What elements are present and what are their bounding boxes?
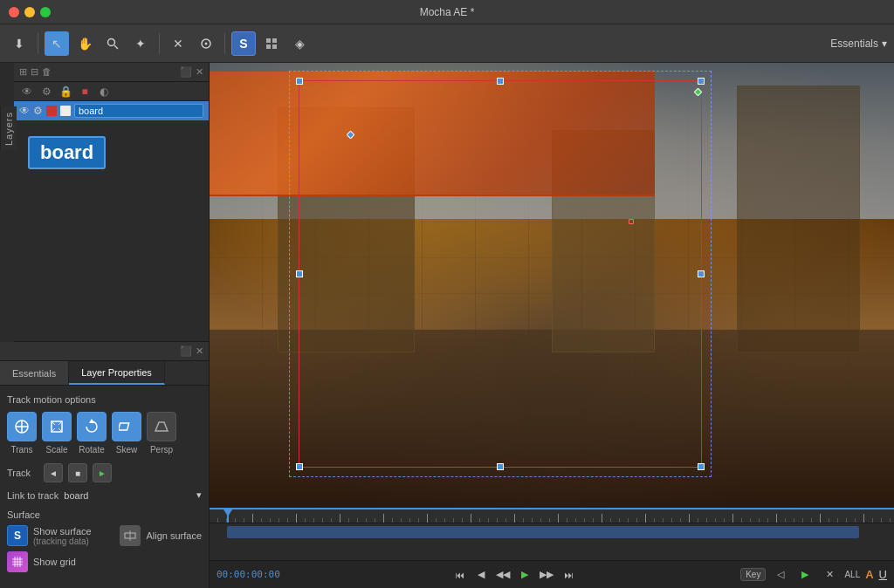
layer-fill-box — [60, 106, 71, 116]
link-label: Link to track — [7, 490, 58, 501]
transport-prev-frame[interactable]: ◀ — [471, 565, 491, 585]
layers-panel-right-icons: ⬛ ✕ — [180, 66, 203, 78]
svg-point-3 — [205, 42, 208, 44]
motion-options-row — [7, 412, 202, 441]
col-matte-icon: ◐ — [96, 85, 112, 98]
label-trans: Trans — [7, 445, 37, 455]
col-eye-icon: 👁 — [19, 85, 35, 98]
transport-right-controls: Key ◁ ▶ ✕ ALL A U — [740, 565, 887, 585]
layer-name-display-area: board — [14, 120, 209, 185]
transport-goto-end[interactable]: ⏭ — [559, 565, 578, 585]
close-button[interactable] — [9, 7, 19, 17]
zoom-tool-button[interactable] — [100, 31, 125, 56]
show-surface-sub: (tracking data) — [33, 537, 92, 546]
transport-controls: ⏮ ◀ ◀◀ ▶ ▶▶ ⏭ — [287, 565, 740, 585]
select-tool-button[interactable]: ↖ — [45, 31, 69, 56]
layers-panel-close[interactable]: ✕ — [196, 66, 203, 78]
sep1 — [38, 33, 38, 54]
surface-title: Surface — [7, 509, 202, 520]
sep2 — [159, 33, 160, 54]
timecode-display: 00:00:00:00 — [217, 569, 280, 580]
svg-rect-7 — [272, 44, 277, 49]
tabs-row: Essentials Layer Properties — [0, 361, 209, 386]
motion-scale-btn[interactable] — [42, 412, 72, 441]
layer-eye-icon[interactable]: 👁 — [19, 105, 30, 117]
essentials-dropdown[interactable]: Essentials ▾ — [830, 38, 887, 50]
properties-top-bar: ⬛ ✕ — [0, 342, 209, 361]
layers-panel-icon3: 🗑 — [42, 66, 52, 78]
link-value: board — [64, 490, 191, 501]
motion-persp-btn[interactable] — [147, 412, 176, 441]
u-label: U — [879, 568, 887, 581]
bezier-button[interactable] — [194, 31, 218, 56]
maximize-button[interactable] — [40, 7, 51, 17]
svg-marker-18 — [155, 422, 168, 431]
show-surface-label: Show surface — [33, 526, 92, 537]
motion-rotate-btn[interactable] — [77, 412, 107, 441]
minimize-button[interactable] — [24, 7, 35, 17]
xspline-button[interactable]: ✕ — [166, 31, 190, 56]
track-forward-btn[interactable]: ► — [93, 463, 112, 482]
title-bar: Mocha AE * — [0, 0, 894, 24]
align-surface-group: Align surface — [120, 525, 202, 546]
track-clip — [227, 526, 859, 538]
transport-goto-start[interactable]: ⏮ — [450, 565, 469, 585]
track-backward-btn[interactable]: ◄ — [44, 463, 63, 482]
motion-trans-btn[interactable] — [7, 412, 37, 441]
viewport: 00:00:00:00 ⏮ ◀ ◀◀ ▶ ▶▶ ⏭ Key ◁ ▶ ✕ ALL … — [210, 63, 894, 588]
properties-content: Track motion options — [0, 386, 209, 588]
awning — [210, 72, 655, 196]
import-button[interactable]: ⬇ — [7, 31, 31, 56]
window-controls — [9, 7, 51, 17]
layers-panel-collapse[interactable]: ⬛ — [180, 66, 192, 78]
bottom-section: 00:00:00:00 ⏮ ◀ ◀◀ ▶ ▶▶ ⏭ Key ◁ ▶ ✕ ALL … — [210, 508, 894, 588]
layer-name-input[interactable] — [74, 104, 203, 118]
next-key-btn[interactable]: ▶ — [795, 565, 815, 585]
col-lock-icon: 🔒 — [58, 85, 73, 98]
layers-label: Layers — [0, 106, 17, 150]
perspective-button[interactable]: ◈ — [287, 31, 312, 56]
motion-skew-btn[interactable] — [112, 412, 141, 441]
label-rotate: Rotate — [77, 445, 107, 455]
tab-essentials[interactable]: Essentials — [0, 361, 69, 385]
show-grid-row: Show grid — [7, 551, 202, 572]
link-dropdown-arrow[interactable]: ▾ — [196, 489, 202, 501]
properties-panel-close[interactable]: ✕ — [196, 345, 203, 357]
show-grid-icon[interactable] — [7, 551, 28, 572]
transport-play[interactable]: ▶ — [515, 565, 534, 585]
label-skew: Skew — [112, 445, 141, 455]
tab-layer-properties[interactable]: Layer Properties — [69, 361, 165, 385]
all-label: ALL — [844, 570, 860, 579]
track-stop-btn[interactable]: ■ — [68, 463, 87, 482]
label-persp: Persp — [147, 445, 176, 455]
layers-controls: ⊞ ⊟ 🗑 — [19, 66, 52, 78]
align-surface-icon[interactable] — [120, 525, 141, 546]
layers-col-headers: 👁 ⚙ 🔒 ■ ◐ — [14, 82, 209, 101]
properties-section: ⬛ ✕ Essentials Layer Properties Track mo… — [0, 342, 209, 588]
key-button[interactable]: Key — [740, 568, 766, 581]
remove-key-btn[interactable]: ✕ — [820, 565, 839, 585]
layers-section: ⊞ ⊟ 🗑 ⬛ ✕ 👁 ⚙ 🔒 ■ ◐ 👁 ⚙ — [14, 63, 209, 342]
svg-rect-17 — [119, 423, 129, 430]
layer-settings-icon[interactable]: ⚙ — [33, 105, 43, 117]
move-tool-button[interactable]: ✦ — [128, 31, 153, 56]
layer-row-board[interactable]: 👁 ⚙ — [14, 101, 209, 120]
left-panel: Layers ⊞ ⊟ 🗑 ⬛ ✕ 👁 ⚙ 🔒 ■ — [0, 63, 210, 588]
track-label: Track — [7, 468, 38, 478]
properties-panel-controls: ⬛ ✕ — [180, 345, 203, 357]
main-layout: Layers ⊞ ⊟ 🗑 ⬛ ✕ 👁 ⚙ 🔒 ■ — [0, 63, 894, 588]
viewport-canvas[interactable] — [210, 63, 894, 508]
transport-step-fwd[interactable]: ▶▶ — [537, 565, 556, 585]
a-label: A — [865, 568, 873, 581]
ground-area — [210, 330, 894, 508]
prev-key-btn[interactable]: ◁ — [771, 565, 790, 585]
pan-tool-button[interactable]: ✋ — [72, 31, 97, 56]
svg-line-1 — [114, 45, 118, 49]
transport-step-back[interactable]: ◀◀ — [493, 565, 512, 585]
show-surface-icon[interactable]: S — [7, 525, 28, 546]
stabilize-button[interactable]: S — [231, 31, 256, 56]
properties-panel-collapse[interactable]: ⬛ — [180, 345, 192, 357]
grid-button[interactable] — [259, 31, 284, 56]
transport-bar: 00:00:00:00 ⏮ ◀ ◀◀ ▶ ▶▶ ⏭ Key ◁ ▶ ✕ ALL … — [210, 560, 894, 588]
track-area — [210, 523, 894, 560]
